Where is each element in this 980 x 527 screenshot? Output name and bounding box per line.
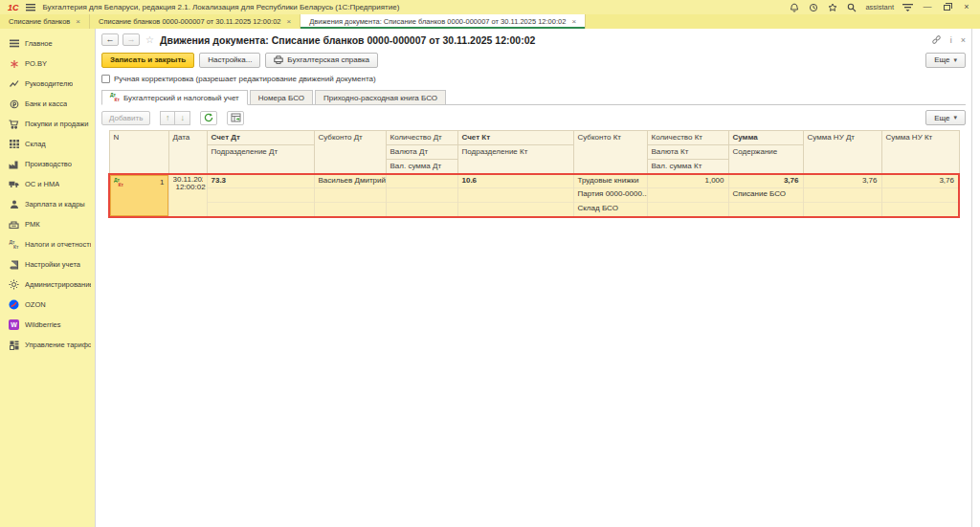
move-down-button[interactable]: ↓ [175,111,190,125]
col-header-curamt-kt: Вал. сумма Кт [647,160,728,174]
settings-button[interactable]: Настройка... [199,53,260,68]
warehouse-grid-icon [9,139,19,149]
restore-button[interactable] [942,2,952,12]
add-button[interactable]: Добавить [101,111,150,125]
window-tab-document[interactable]: Списание бланков 0000-000007 от 30.11.20… [90,14,301,29]
main-menu-icon[interactable] [26,2,36,12]
cell-dep-kt[interactable] [457,188,573,203]
cell-subconto-kt-2[interactable]: Партия 0000-0000... [573,188,647,203]
list-settings-button[interactable] [227,111,244,125]
manual-adjustment-checkbox[interactable] [101,75,110,83]
cell-empty[interactable] [803,203,881,217]
cell-empty[interactable] [881,188,959,203]
col-header-n: N [109,131,168,174]
section-sidebar: Главное PO.BY Руководителю Банк и касса … [0,29,96,527]
col-header-sub-dt: Субконто Дт [314,131,386,174]
window-tab-list[interactable]: Списание бланков × [0,14,90,29]
sidebar-item-ozon[interactable]: OZON [0,295,95,315]
1c-logo: 1С [8,3,19,12]
selected-cell[interactable]: ДтКт 1 [110,175,168,216]
cell-account-kt[interactable]: 10.6 [457,174,573,188]
col-header-curamt-dt: Вал. сумма Дт [386,160,457,174]
cell-empty[interactable] [647,203,728,217]
close-form-icon[interactable]: × [961,35,966,45]
cell-date[interactable]: 30.11.2025 12:00:02 [168,174,207,217]
sidebar-item-purchases-sales[interactable]: Покупки и продажи [0,114,95,134]
cell-empty[interactable] [207,203,314,217]
col-header-qty-kt: Количество Кт [647,131,728,145]
cell-empty[interactable] [457,203,573,217]
cell-empty[interactable] [803,188,881,203]
sidebar-item-wildberries[interactable]: W Wildberries [0,315,95,335]
tab-bso-numbers[interactable]: Номера БСО [250,90,313,104]
search-icon[interactable] [846,2,857,12]
cell-empty[interactable] [386,203,457,217]
sidebar-item-production[interactable]: Производство [0,154,95,174]
cell-subconto-kt-1[interactable]: Трудовые книжки [573,174,647,188]
sidebar-item-main[interactable]: Главное [0,33,95,54]
manager-chart-icon [9,78,19,89]
col-header-content: Содержание [728,145,803,174]
cell-dep-dt[interactable] [207,188,314,203]
sidebar-item-taxes-reports[interactable]: ДтКт Налоги и отчетность [0,234,95,254]
cell-content[interactable]: Списание БСО [728,188,803,203]
favorites-star-icon[interactable] [827,2,837,12]
cell-account-dt[interactable]: 73.3 [207,174,314,188]
cell-qty-kt[interactable]: 1,000 [647,174,728,188]
rmk-cash-register-icon [9,219,19,230]
main-icon [9,38,19,49]
cell-empty[interactable] [728,203,803,217]
cell-row-number[interactable]: ДтКт 1 [109,174,168,217]
sidebar-item-bank-cash[interactable]: Банк и касса [0,94,95,114]
cell-cur-dt[interactable] [386,188,457,203]
tab-close-icon[interactable]: × [76,17,80,26]
cell-empty[interactable] [314,188,386,203]
salary-person-icon [9,199,19,209]
more-button-form[interactable]: Еще ▾ [925,53,966,68]
cell-empty[interactable] [881,203,959,217]
help-info-icon[interactable]: i [950,35,952,45]
more-button-table[interactable]: Еще ▾ [925,110,966,125]
service-menu-icon[interactable] [902,2,913,12]
tab-close-icon[interactable]: × [287,17,292,26]
cell-sum-nu-kt[interactable]: 3,76 [881,174,959,188]
cell-sum-nu-dt[interactable]: 3,76 [803,174,881,188]
sidebar-item-fixed-assets[interactable]: ОС и НМА [0,174,95,194]
list-settings-icon [231,113,241,122]
bank-cash-icon [9,99,19,109]
cell-qty-dt[interactable] [386,174,457,188]
favorite-star-icon[interactable]: ☆ [145,34,154,45]
tab-bso-book[interactable]: Приходно-расходная книга БСО [315,90,446,104]
cell-subconto-kt-3[interactable]: Склад БСО [573,203,647,217]
col-header-dep-dt: Подразделение Дт [207,145,314,174]
sidebar-item-warehouse[interactable]: Склад [0,134,95,154]
history-icon[interactable] [808,2,818,12]
sidebar-item-poby[interactable]: PO.BY [0,54,95,74]
cell-cur-kt[interactable] [647,188,728,203]
cell-sum[interactable]: 3,76 [728,174,803,188]
current-user-label[interactable]: assistant [865,3,894,11]
tariff-squares-icon [9,340,19,350]
close-window-button[interactable]: × [961,2,972,12]
tab-accounting-tax[interactable]: ДтКт Бухгалтерский и налоговый учет [101,90,248,105]
sidebar-item-administration[interactable]: Администрирование [0,274,95,295]
forward-button[interactable]: → [122,33,140,46]
save-and-close-button[interactable]: Записать и закрыть [101,53,194,68]
col-header-dep-kt: Подразделение Кт [457,145,573,174]
sidebar-item-salary-hr[interactable]: Зарплата и кадры [0,194,95,214]
window-tab-movements[interactable]: Движения документа: Списание бланков 000… [301,14,586,29]
notifications-bell-icon[interactable] [789,2,799,12]
refresh-button[interactable] [200,111,217,125]
tab-close-icon[interactable]: × [571,17,576,26]
sidebar-item-manager[interactable]: Руководителю [0,74,95,94]
minimize-button[interactable]: — [922,2,933,12]
sidebar-item-accounting-settings[interactable]: Настройки учета [0,254,95,274]
sidebar-item-rmk[interactable]: РМК [0,214,95,234]
back-button[interactable]: ← [101,33,119,46]
cell-empty[interactable] [314,203,386,217]
move-up-button[interactable]: ↑ [160,111,175,125]
get-link-icon[interactable] [931,34,942,45]
accounting-reference-button[interactable]: Бухгалтерская справка [265,53,378,68]
cell-subconto-dt[interactable]: Васильев Дмитрий... [314,174,386,188]
sidebar-item-tariff[interactable]: Управление тарифом [0,335,95,355]
